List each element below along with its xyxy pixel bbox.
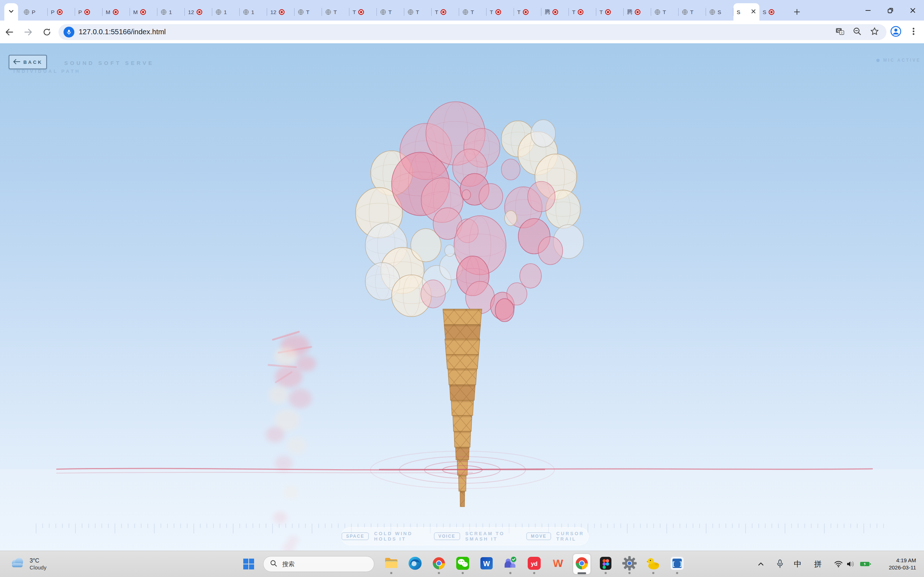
browser-tab[interactable]: 1: [212, 3, 240, 21]
minimize-button[interactable]: [857, 0, 879, 21]
browser-tab[interactable]: M: [102, 3, 130, 21]
browser-tab[interactable]: T: [432, 3, 459, 21]
tab-search-button[interactable]: [4, 3, 18, 21]
taskbar-app-teams[interactable]: [502, 553, 519, 575]
browser-tab[interactable]: T: [569, 3, 596, 21]
taskbar-app-wps[interactable]: W: [549, 553, 567, 575]
globe-favicon: [462, 9, 468, 15]
taskbar-app-file-explorer[interactable]: [383, 553, 400, 575]
taskbar-app-youdao[interactable]: yd: [525, 553, 543, 575]
browser-tab[interactable]: P: [20, 3, 48, 21]
taskbar-app-figma[interactable]: [597, 553, 614, 575]
running-app-dot: [462, 572, 464, 574]
tab-label: T: [333, 9, 337, 15]
browser-tab[interactable]: 腾: [541, 3, 569, 21]
url-text[interactable]: 127.0.0.1:55166/index.html: [79, 28, 831, 36]
browser-tab[interactable]: T: [294, 3, 322, 21]
forward-arrow-icon: [23, 27, 33, 37]
taskbar-app-duck[interactable]: [645, 553, 662, 575]
restore-icon: [887, 7, 894, 14]
search-placeholder: 搜索: [282, 560, 294, 568]
browser-tab[interactable]: S: [759, 3, 787, 21]
running-app-dot: [652, 572, 654, 574]
browser-toolbar: 127.0.0.1:55166/index.html G文: [0, 21, 924, 43]
forward-nav-button[interactable]: [19, 23, 37, 42]
svg-text:W: W: [553, 557, 564, 569]
browser-tab[interactable]: 1: [157, 3, 185, 21]
recording-badge-icon: [57, 9, 63, 15]
taskbar-app-brackets[interactable]: [ ]: [669, 553, 686, 575]
taskbar-weather-widget[interactable]: 3°C Cloudy: [10, 551, 47, 577]
new-tab-button[interactable]: [790, 3, 804, 21]
start-button[interactable]: [242, 558, 255, 570]
browser-tab[interactable]: T: [349, 3, 377, 21]
back-nav-button[interactable]: [0, 23, 19, 42]
controls-hint-bar: SPACECOLD WIND HOLDS ITVOICESCREAM TO SM…: [341, 527, 589, 545]
recording-badge-icon: [605, 9, 611, 15]
profile-avatar[interactable]: [890, 26, 901, 39]
browser-tab[interactable]: T: [322, 3, 349, 21]
hint-label: SCREAM TO SMASH IT: [465, 531, 515, 542]
recording-badge-icon: [279, 9, 285, 15]
browser-tab[interactable]: T: [459, 3, 486, 21]
browser-tab[interactable]: 1: [240, 3, 267, 21]
recording-badge-icon: [196, 9, 202, 15]
close-window-button[interactable]: [901, 0, 924, 21]
close-tab-icon[interactable]: [751, 9, 756, 15]
tray-mic[interactable]: [774, 551, 787, 577]
tab-label: 1: [251, 9, 254, 15]
browser-tab[interactable]: T: [377, 3, 404, 21]
tab-label: S: [762, 9, 766, 15]
browser-tab[interactable]: S: [706, 3, 733, 21]
tray-clock[interactable]: 4:19 AM 2026-03-11: [888, 551, 916, 577]
file-explorer-icon: [384, 556, 399, 572]
svg-text:[ ]: [ ]: [672, 561, 683, 567]
browser-tab[interactable]: T: [596, 3, 624, 21]
browser-tab[interactable]: P: [48, 3, 75, 21]
taskbar-app-settings[interactable]: [621, 553, 638, 575]
microphone-icon: [776, 559, 783, 569]
browser-tab[interactable]: 腾: [624, 3, 651, 21]
tray-ime-pinyin[interactable]: 拼: [811, 551, 825, 577]
browser-tab[interactable]: T: [514, 3, 541, 21]
browser-tab[interactable]: 12: [185, 3, 212, 21]
browser-tab[interactable]: T: [678, 3, 706, 21]
mic-permission-icon[interactable]: [63, 27, 74, 37]
translate-icon[interactable]: G文: [835, 27, 845, 37]
tray-chevron-up[interactable]: [754, 551, 767, 577]
browser-tab[interactable]: M: [130, 3, 157, 21]
reload-button[interactable]: [37, 23, 56, 42]
taskbar-app-chrome[interactable]: [430, 553, 447, 575]
tab-label: 腾: [544, 9, 550, 16]
tray-volume[interactable]: [845, 551, 857, 577]
taskbar-app-chrome-active[interactable]: [573, 554, 591, 574]
browser-tab[interactable]: 12: [267, 3, 294, 21]
active-tab[interactable]: S: [733, 3, 759, 21]
taskbar-app-wechat[interactable]: [454, 553, 472, 575]
back-button[interactable]: BACK: [9, 55, 47, 69]
search-icon: [270, 560, 277, 568]
bookmark-star-icon[interactable]: [870, 27, 879, 37]
browser-tab[interactable]: T: [486, 3, 514, 21]
restore-button[interactable]: [879, 0, 901, 21]
taskbar-app-word[interactable]: W: [478, 553, 495, 575]
zoom-out-icon[interactable]: [853, 27, 862, 37]
duck-icon: [646, 556, 661, 572]
menu-dots-icon[interactable]: [909, 27, 918, 37]
tray-ime-lang[interactable]: 中: [790, 551, 805, 577]
taskbar-app-edge[interactable]: [406, 553, 424, 575]
browser-tab[interactable]: T: [651, 3, 678, 21]
recording-badge-icon: [84, 9, 90, 15]
browser-tab[interactable]: P: [75, 3, 102, 21]
tab-label: P: [78, 9, 82, 15]
browser-tab[interactable]: T: [404, 3, 432, 21]
tray-wifi[interactable]: [832, 551, 845, 577]
globe-favicon: [407, 9, 414, 15]
teams-icon: [503, 556, 518, 572]
address-bar[interactable]: 127.0.0.1:55166/index.html G文: [58, 24, 887, 40]
taskbar-search[interactable]: 搜索: [263, 556, 374, 572]
figma-icon: [598, 556, 613, 572]
svg-text:yd: yd: [531, 561, 538, 567]
clock-date: 2026-03-11: [888, 564, 916, 571]
tray-battery[interactable]: [858, 551, 873, 577]
